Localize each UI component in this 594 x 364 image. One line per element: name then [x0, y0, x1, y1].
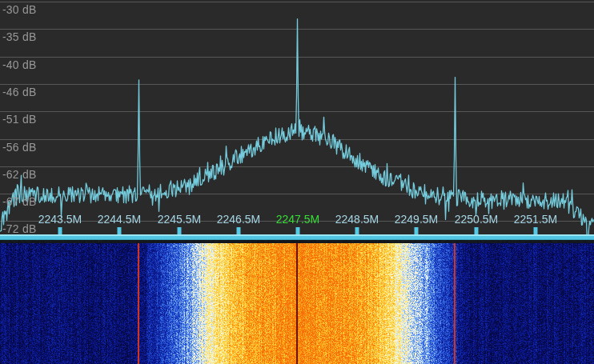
spectrum-canvas[interactable] [0, 0, 594, 234]
waterfall-canvas[interactable] [0, 240, 594, 364]
frequency-scale-bar[interactable] [0, 234, 594, 240]
sdr-spectrum-app: -30 dB-35 dB-40 dB-46 dB-51 dB-56 dB-62 … [0, 0, 594, 364]
